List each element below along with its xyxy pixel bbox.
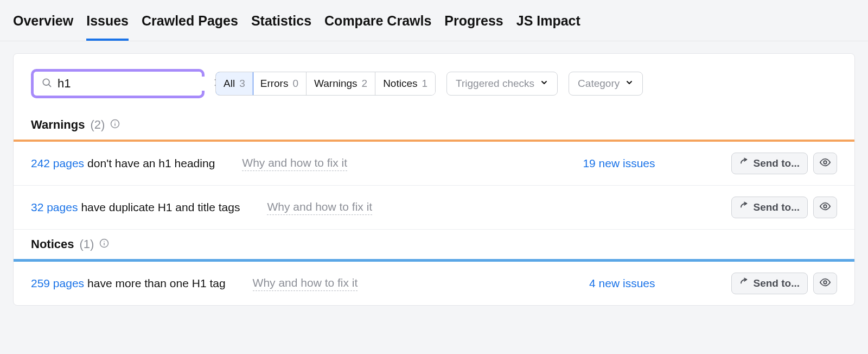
share-arrow-icon: [739, 201, 749, 214]
send-to-label: Send to...: [754, 277, 800, 289]
category-label: Category: [578, 78, 620, 90]
info-icon[interactable]: [110, 118, 120, 132]
filter-errors[interactable]: Errors 0: [253, 72, 307, 95]
search-icon: [41, 77, 52, 91]
issues-card: All 3 Errors 0 Warnings 2 Notices 1 Trig…: [13, 53, 855, 306]
filter-notices-label: Notices: [383, 78, 417, 90]
new-issues-link[interactable]: 19 new issues: [583, 157, 655, 170]
notices-title: Notices: [31, 237, 74, 251]
triggered-checks-dropdown[interactable]: Triggered checks: [446, 72, 558, 96]
send-to-label: Send to...: [754, 157, 800, 169]
tab-crawled-pages[interactable]: Crawled Pages: [142, 10, 238, 41]
tab-issues[interactable]: Issues: [86, 10, 129, 41]
filter-warnings-label: Warnings: [314, 78, 358, 90]
issue-row: 32 pages have duplicate H1 and title tag…: [14, 186, 854, 230]
chevron-down-icon: [625, 78, 634, 90]
eye-icon: [819, 276, 831, 291]
issue-description: 259 pages have more than one H1 tag: [31, 277, 226, 290]
view-button[interactable]: [813, 153, 837, 174]
filter-errors-count: 0: [292, 78, 298, 90]
filter-warnings-count: 2: [362, 78, 368, 90]
notices-section-header: Notices (1): [14, 230, 854, 259]
why-how-fix-link[interactable]: Why and how to fix it: [267, 200, 372, 215]
svg-point-12: [824, 281, 827, 284]
why-how-fix-link[interactable]: Why and how to fix it: [253, 276, 358, 291]
eye-icon: [819, 156, 831, 171]
issue-description: 242 pages don't have an h1 heading: [31, 157, 215, 170]
issue-pages-link[interactable]: 32 pages: [31, 201, 78, 214]
svg-point-11: [104, 241, 105, 242]
svg-line-1: [49, 84, 51, 86]
notices-count: (1): [79, 237, 94, 251]
view-button[interactable]: [813, 197, 837, 218]
row-actions: Send to...: [731, 153, 838, 174]
issues-toolbar: All 3 Errors 0 Warnings 2 Notices 1 Trig…: [14, 54, 854, 110]
send-to-label: Send to...: [754, 201, 800, 213]
warnings-count: (2): [90, 118, 105, 132]
eye-icon: [819, 200, 831, 215]
send-to-button[interactable]: Send to...: [731, 197, 808, 218]
info-icon[interactable]: [99, 237, 109, 251]
filter-warnings[interactable]: Warnings 2: [307, 72, 375, 95]
issue-text: have duplicate H1 and title tags: [81, 201, 240, 214]
issue-pages-link[interactable]: 242 pages: [31, 157, 84, 170]
tab-progress[interactable]: Progress: [444, 10, 503, 41]
search-input[interactable]: [54, 77, 210, 91]
issue-row: 259 pages have more than one H1 tag Why …: [14, 262, 854, 305]
filter-notices-count: 1: [422, 78, 428, 90]
why-how-fix-link[interactable]: Why and how to fix it: [242, 156, 347, 171]
category-dropdown[interactable]: Category: [569, 72, 643, 96]
issue-description: 32 pages have duplicate H1 and title tag…: [31, 201, 240, 214]
filter-notices[interactable]: Notices 1: [375, 72, 435, 95]
share-arrow-icon: [739, 277, 749, 290]
tab-overview[interactable]: Overview: [13, 10, 73, 41]
svg-point-6: [115, 122, 116, 123]
issue-text: have more than one H1 tag: [87, 277, 226, 290]
severity-filter: All 3 Errors 0 Warnings 2 Notices 1: [215, 72, 436, 96]
svg-point-7: [824, 161, 827, 164]
row-actions: Send to...: [731, 273, 838, 294]
share-arrow-icon: [739, 157, 749, 170]
new-issues-link[interactable]: 4 new issues: [589, 277, 655, 290]
warnings-section-header: Warnings (2): [14, 110, 854, 140]
issue-pages-link[interactable]: 259 pages: [31, 277, 84, 290]
row-actions: Send to...: [731, 197, 838, 218]
tab-statistics[interactable]: Statistics: [251, 10, 311, 41]
send-to-button[interactable]: Send to...: [731, 153, 808, 174]
filter-all-count: 3: [239, 78, 245, 90]
filter-errors-label: Errors: [260, 78, 289, 90]
search-wrap: [31, 69, 205, 98]
view-button[interactable]: [813, 273, 837, 294]
notices-block: Notices (1) 259 pages have more than one…: [14, 230, 854, 305]
send-to-button[interactable]: Send to...: [731, 273, 808, 294]
filter-all-label: All: [224, 78, 235, 90]
warnings-title: Warnings: [31, 118, 85, 132]
main-tabs: Overview Issues Crawled Pages Statistics…: [0, 0, 868, 41]
filter-all[interactable]: All 3: [215, 72, 253, 96]
triggered-checks-label: Triggered checks: [456, 78, 534, 90]
tab-compare-crawls[interactable]: Compare Crawls: [324, 10, 431, 41]
svg-point-8: [824, 205, 827, 208]
issue-text: don't have an h1 heading: [87, 157, 215, 170]
tab-js-impact[interactable]: JS Impact: [516, 10, 580, 41]
chevron-down-icon: [540, 78, 548, 90]
issue-row: 242 pages don't have an h1 heading Why a…: [14, 142, 854, 186]
